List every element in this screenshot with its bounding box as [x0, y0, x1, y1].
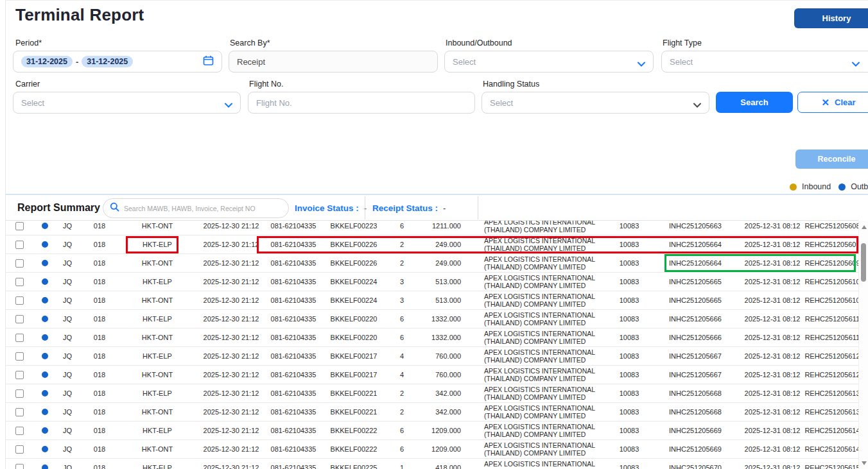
row-checkbox[interactable]: [15, 278, 24, 286]
invoice-status: Invoice Status : -: [295, 203, 367, 213]
cell-handled-datetime: 2025-12-31 08:12: [743, 315, 801, 323]
outbound-dot-icon: [42, 334, 48, 341]
cell-customer-code: 10083: [611, 371, 647, 379]
outbound-dot-icon: [42, 409, 48, 415]
cell-carrier: JQ: [56, 427, 78, 434]
flight-type-select[interactable]: Select: [661, 51, 868, 72]
cell-flight-datetime: 2025-12-30 21:12: [194, 427, 268, 434]
cell-quantity: 2: [389, 408, 415, 416]
row-checkbox[interactable]: [15, 427, 24, 435]
chevron-down-icon: [225, 100, 232, 105]
cell-amount: 342.000: [415, 389, 466, 397]
cell-carrier: JQ: [56, 408, 78, 416]
cell-company: APEX LOGISTICS INTERNATIONAL(THAILAND) C…: [466, 441, 611, 457]
direction-legend: Inbound Outbound: [790, 182, 868, 191]
cell-sector: HKT-ONT: [121, 222, 194, 230]
row-checkbox[interactable]: [15, 241, 24, 249]
cell-rehc-no: REHC251205612: [801, 371, 858, 379]
table-row[interactable]: JQ018HKT-ELP2025-12-30 21:12081-62104335…: [5, 422, 858, 440]
cell-mawb: 081-62104335: [268, 278, 318, 286]
cell-carrier: JQ: [56, 389, 78, 397]
cell-amount: 513.000: [415, 296, 466, 304]
handling-status-select[interactable]: Select: [482, 92, 709, 114]
cell-invoice-no: BKKELF00217: [318, 352, 389, 360]
table-row[interactable]: JQ018HKT-ELP2025-12-30 21:12081-62104335…: [5, 235, 858, 254]
cell-sector: HKT-ELP: [121, 278, 194, 286]
carrier-select[interactable]: Select: [13, 92, 241, 114]
scrollbar-thumb[interactable]: [861, 243, 866, 282]
cell-rehc-no: REHC251205608: [801, 222, 858, 230]
reconcile-button[interactable]: Reconcile: [795, 149, 868, 169]
period-field[interactable]: 31-12-2025 - 31-12-2025: [13, 51, 222, 72]
table-row[interactable]: JQ018HKT-ONT2025-12-30 21:12081-62104335…: [5, 366, 858, 384]
cell-invoice-no: BKKELF00226: [318, 259, 389, 267]
cell-rehc-no: REHC251205611: [801, 315, 858, 323]
cell-amount: 249.000: [415, 241, 466, 248]
cell-customer-code: 10083: [611, 352, 647, 360]
legend-outbound-label: Outbound: [851, 182, 868, 191]
status-divider: [365, 196, 365, 219]
cell-sector: HKT-ONT: [121, 259, 194, 267]
search-icon: [110, 202, 119, 214]
search-button[interactable]: Search: [716, 92, 793, 113]
table-row[interactable]: JQ018HKT-ELP2025-12-30 21:12081-62104335…: [5, 310, 858, 328]
row-checkbox[interactable]: [15, 334, 24, 342]
row-checkbox[interactable]: [15, 259, 24, 268]
cell-carrier: JQ: [56, 315, 78, 323]
cell-customer-code: 10083: [611, 464, 647, 469]
scroll-down-icon[interactable]: [862, 461, 867, 465]
legend-inbound-label: Inbound: [802, 182, 831, 191]
close-icon: ✕: [821, 98, 829, 107]
period-to-value[interactable]: 31-12-2025: [82, 56, 133, 67]
cell-carrier: JQ: [56, 296, 78, 304]
row-checkbox[interactable]: [15, 371, 24, 379]
row-checkbox[interactable]: [15, 445, 24, 454]
row-checkbox-cell: [5, 259, 33, 268]
cell-carrier: JQ: [56, 371, 78, 379]
cell-amount: 1209.000: [415, 445, 466, 453]
vertical-scrollbar[interactable]: [858, 221, 868, 469]
cell-flight-datetime: 2025-12-30 21:12: [194, 259, 268, 267]
row-checkbox[interactable]: [15, 222, 24, 230]
table-row[interactable]: JQ018HKT-ELP2025-12-30 21:12081-62104335…: [5, 347, 858, 366]
table-row[interactable]: JQ018HKT-ELP2025-12-30 21:12081-62104335…: [5, 459, 858, 469]
table-row[interactable]: JQ018HKT-ONT2025-12-30 21:12081-62104335…: [5, 291, 858, 310]
row-checkbox[interactable]: [15, 389, 24, 398]
inbound-outbound-label: Inbound/Outbound: [446, 38, 512, 47]
cell-company: APEX LOGISTICS INTERNATIONAL(THAILAND) C…: [466, 274, 611, 290]
flight-no-input[interactable]: Flight No.: [248, 92, 475, 114]
cell-invoice-no: BKKELF00220: [318, 334, 389, 341]
cell-amount: 1332.000: [415, 315, 466, 323]
history-button[interactable]: History: [794, 8, 868, 28]
table-row[interactable]: JQ018HKT-ONT2025-12-30 21:12081-62104335…: [5, 403, 858, 422]
scroll-up-icon[interactable]: [862, 225, 867, 229]
summary-search-input[interactable]: Search MAWB, HAWB, Invoice, Receipt NO: [103, 198, 289, 218]
row-checkbox[interactable]: [15, 296, 24, 305]
inbound-outbound-select[interactable]: Select: [444, 51, 654, 72]
calendar-icon[interactable]: [203, 55, 214, 68]
clear-button[interactable]: ✕ Clear: [797, 92, 868, 113]
row-checkbox[interactable]: [15, 464, 24, 469]
cell-quantity: 2: [389, 389, 415, 397]
table-row[interactable]: JQ018HKT-ONT2025-12-30 21:12081-62104335…: [5, 440, 858, 459]
search-by-field[interactable]: Receipt: [229, 51, 438, 72]
cell-inhc-no: INHC251205669: [647, 427, 743, 434]
row-checkbox[interactable]: [15, 315, 24, 323]
row-checkbox-cell: [5, 241, 33, 249]
outbound-dot-icon: [42, 260, 48, 266]
cell-inhc-no: INHC251205668: [647, 408, 743, 416]
table-row[interactable]: JQ018HKT-ONT2025-12-30 21:12081-62104335…: [5, 254, 858, 273]
cell-invoice-no: BKKELF00222: [318, 427, 389, 434]
table-row[interactable]: JQ018HKT-ONT2025-12-30 21:12081-62104335…: [5, 220, 858, 235]
receipt-status-label: Receipt Status :: [372, 203, 438, 213]
period-from-value[interactable]: 31-12-2025: [21, 56, 73, 67]
row-direction-cell: [33, 316, 56, 322]
report-summary-title: Report Summary: [17, 202, 100, 214]
table-row[interactable]: JQ018HKT-ONT2025-12-30 21:12081-62104335…: [5, 328, 858, 347]
cell-flight-no: 018: [78, 278, 121, 286]
row-checkbox[interactable]: [15, 408, 24, 416]
table-row[interactable]: JQ018HKT-ELP2025-12-30 21:12081-62104335…: [5, 273, 858, 291]
cell-flight-no: 018: [78, 427, 121, 434]
row-checkbox[interactable]: [15, 352, 24, 361]
table-row[interactable]: JQ018HKT-ELP2025-12-30 21:12081-62104335…: [5, 384, 858, 403]
